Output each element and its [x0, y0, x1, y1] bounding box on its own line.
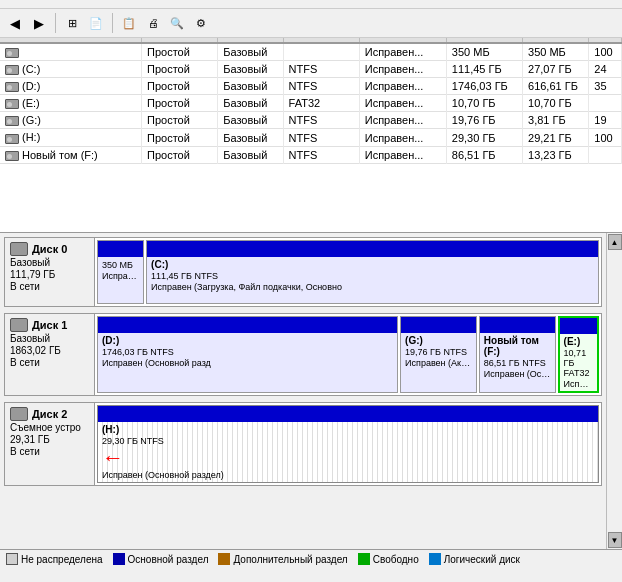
- cell-state: Исправен...: [359, 78, 446, 95]
- disk-row-0: Диск 0Базовый111,79 ГБВ сети350 МБИсправ…: [4, 237, 602, 307]
- cell-fpct: 19: [589, 112, 622, 129]
- table-row[interactable]: (C:)ПростойБазовыйNTFSИсправен...111,45 …: [0, 61, 622, 78]
- partition-label: (D:): [102, 335, 393, 346]
- disk-size: 29,31 ГБ: [10, 434, 89, 445]
- partition-status: Исправен (Актив: [405, 358, 472, 368]
- partition-1-3[interactable]: (E:)10,71 ГБ FAT32Исправен (Лог: [558, 316, 599, 393]
- cell-typ: Базовый: [218, 43, 283, 61]
- cell-rasp: Простой: [142, 112, 218, 129]
- toolbar: ◀ ▶ ⊞ 📄 📋 🖨 🔍 ⚙: [0, 9, 622, 38]
- partition-label: (E:): [564, 336, 593, 347]
- cell-state: Исправен...: [359, 146, 446, 163]
- legend-item-2: Дополнительный раздел: [218, 553, 347, 565]
- cell-tom: (D:): [0, 78, 142, 95]
- disk-row-icon: [5, 99, 19, 109]
- cell-fs: NTFS: [283, 61, 359, 78]
- partition-1-0[interactable]: (D:)1746,03 ГБ NTFSИсправен (Основной ра…: [97, 316, 398, 393]
- table-row[interactable]: (G:)ПростойБазовыйNTFSИсправен...19,76 Г…: [0, 112, 622, 129]
- partition-header-bar: [98, 317, 397, 333]
- partition-status: Исправен (Загрузка, Файл подкачки, Основ…: [151, 282, 594, 292]
- table-row[interactable]: ПростойБазовыйИсправен...350 МБ350 МБ100: [0, 43, 622, 61]
- cell-tom: Новый том (F:): [0, 146, 142, 163]
- partition-label: (C:): [151, 259, 594, 270]
- disk-status: В сети: [10, 357, 89, 368]
- cell-state: Исправен...: [359, 129, 446, 146]
- cell-free: 13,23 ГБ: [523, 146, 589, 163]
- cell-cap: 29,30 ГБ: [446, 129, 522, 146]
- main-content: ПростойБазовыйИсправен...350 МБ350 МБ100…: [0, 38, 622, 568]
- partition-label: (G:): [405, 335, 472, 346]
- menu-bar: [0, 0, 622, 9]
- toolbar-btn-4[interactable]: 📄: [85, 12, 107, 34]
- cell-tom: (E:): [0, 95, 142, 112]
- table-row[interactable]: (H:)ПростойБазовыйNTFSИсправен...29,30 Г…: [0, 129, 622, 146]
- disk-type: Базовый: [10, 333, 89, 344]
- menu-help[interactable]: [58, 2, 66, 6]
- partition-0-0[interactable]: 350 МБИсправен (Активен, С: [97, 240, 144, 304]
- disk-row-2: Диск 2Съемное устро29,31 ГБВ сети(H:)29,…: [4, 402, 602, 486]
- partition-size: 29,30 ГБ NTFS: [102, 436, 594, 446]
- cell-fs: NTFS: [283, 129, 359, 146]
- scrollbar[interactable]: ▲ ▼: [606, 233, 622, 549]
- disk-name-0: Диск 0: [10, 242, 89, 256]
- back-button[interactable]: ◀: [4, 12, 26, 34]
- partition-size: 350 МБ: [102, 260, 139, 270]
- legend-color-box: [218, 553, 230, 565]
- cell-cap: 1746,03 ГБ: [446, 78, 522, 95]
- legend-label: Логический диск: [444, 554, 520, 565]
- disk-partitions-0: 350 МБИсправен (Активен, С(C:)111,45 ГБ …: [95, 238, 601, 306]
- partition-status: Исправен (Основно: [484, 369, 551, 379]
- toolbar-btn-5[interactable]: 📋: [118, 12, 140, 34]
- cell-state: Исправен...: [359, 95, 446, 112]
- scroll-up-btn[interactable]: ▲: [608, 234, 622, 250]
- toolbar-btn-6[interactable]: 🖨: [142, 12, 164, 34]
- legend-label: Не распределена: [21, 554, 103, 565]
- cell-typ: Базовый: [218, 61, 283, 78]
- partition-status: Исправен (Активен, С: [102, 271, 139, 281]
- menu-view[interactable]: [40, 2, 48, 6]
- forward-button[interactable]: ▶: [28, 12, 50, 34]
- partition-0-1[interactable]: (C:)111,45 ГБ NTFSИсправен (Загрузка, Фа…: [146, 240, 599, 304]
- legend-item-1: Основной раздел: [113, 553, 209, 565]
- partition-header-bar: [560, 318, 597, 334]
- legend-label: Свободно: [373, 554, 419, 565]
- disk-row-icon: [5, 151, 19, 161]
- cell-free: 10,70 ГБ: [523, 95, 589, 112]
- menu-action[interactable]: [22, 2, 30, 6]
- partition-header-bar: [401, 317, 476, 333]
- disk-status: В сети: [10, 281, 89, 292]
- table-row[interactable]: Новый том (F:)ПростойБазовыйNTFSИсправен…: [0, 146, 622, 163]
- cell-tom: [0, 43, 142, 61]
- partition-size: 1746,03 ГБ NTFS: [102, 347, 393, 357]
- cell-typ: Базовый: [218, 95, 283, 112]
- partition-status: Исправен (Основной раздел): [102, 470, 594, 480]
- scroll-down-btn[interactable]: ▼: [608, 532, 622, 548]
- partition-1-2[interactable]: Новый том (F:)86,51 ГБ NTFSИсправен (Осн…: [479, 316, 556, 393]
- table-row[interactable]: (D:)ПростойБазовыйNTFSИсправен...1746,03…: [0, 78, 622, 95]
- cell-fpct: 35: [589, 78, 622, 95]
- partition-1-1[interactable]: (G:)19,76 ГБ NTFSИсправен (Актив: [400, 316, 477, 393]
- partition-content: (H:)29,30 ГБ NTFS←Исправен (Основной раз…: [98, 422, 598, 482]
- cell-typ: Базовый: [218, 112, 283, 129]
- toolbar-btn-3[interactable]: ⊞: [61, 12, 83, 34]
- cell-cap: 10,70 ГБ: [446, 95, 522, 112]
- disk-icon-graphic: [10, 407, 28, 421]
- menu-file[interactable]: [4, 2, 12, 6]
- cell-state: Исправен...: [359, 61, 446, 78]
- partition-label: Новый том (F:): [484, 335, 551, 357]
- legend-label: Дополнительный раздел: [233, 554, 347, 565]
- disk-label-1: Диск 1Базовый1863,02 ГБВ сети: [5, 314, 95, 395]
- cell-fs: NTFS: [283, 146, 359, 163]
- partition-label: (H:): [102, 424, 594, 435]
- volume-table-area[interactable]: ПростойБазовыйИсправен...350 МБ350 МБ100…: [0, 38, 622, 233]
- partition-header-bar: [98, 241, 143, 257]
- cell-free: 3,81 ГБ: [523, 112, 589, 129]
- partition-2-0[interactable]: (H:)29,30 ГБ NTFS←Исправен (Основной раз…: [97, 405, 599, 483]
- partition-size: 86,51 ГБ NTFS: [484, 358, 551, 368]
- toolbar-btn-8[interactable]: ⚙: [190, 12, 212, 34]
- toolbar-btn-7[interactable]: 🔍: [166, 12, 188, 34]
- table-row[interactable]: (E:)ПростойБазовыйFAT32Исправен...10,70 …: [0, 95, 622, 112]
- cell-rasp: Простой: [142, 61, 218, 78]
- partition-content: (C:)111,45 ГБ NTFSИсправен (Загрузка, Фа…: [147, 257, 598, 294]
- col-header-tom: [0, 38, 142, 43]
